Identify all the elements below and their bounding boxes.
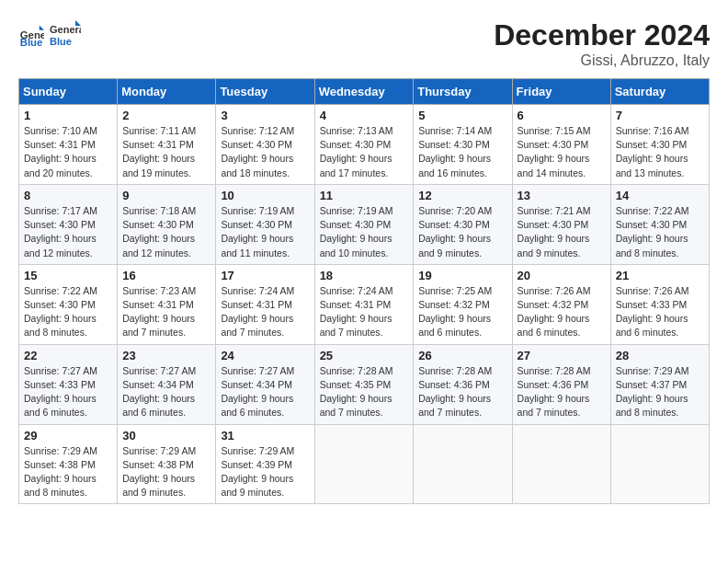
day-number: 11 [320, 189, 409, 202]
calendar-cell: 4Sunrise: 7:13 AMSunset: 4:30 PMDaylight… [314, 105, 414, 185]
day-number: 9 [122, 189, 210, 202]
svg-text:Blue: Blue [20, 37, 43, 48]
day-number: 14 [616, 189, 704, 202]
calendar-cell: 9Sunrise: 7:18 AMSunset: 4:30 PMDaylight… [118, 184, 216, 264]
day-info: Sunrise: 7:28 AMSunset: 4:36 PMDaylight:… [418, 364, 506, 420]
day-number: 31 [221, 429, 309, 442]
day-number: 4 [320, 109, 409, 122]
logo: General Blue General Blue [18, 18, 81, 52]
weekday-header-row: SundayMondayTuesdayWednesdayThursdayFrid… [19, 79, 710, 105]
calendar-cell: 17Sunrise: 7:24 AMSunset: 4:31 PMDayligh… [216, 264, 314, 344]
calendar-cell: 10Sunrise: 7:19 AMSunset: 4:30 PMDayligh… [216, 184, 314, 264]
weekday-header-monday: Monday [118, 79, 216, 105]
calendar-cell: 15Sunrise: 7:22 AMSunset: 4:30 PMDayligh… [19, 264, 118, 344]
day-info: Sunrise: 7:28 AMSunset: 4:36 PMDaylight:… [518, 364, 606, 420]
day-info: Sunrise: 7:24 AMSunset: 4:31 PMDaylight:… [320, 284, 409, 340]
week-row-4: 22Sunrise: 7:27 AMSunset: 4:33 PMDayligh… [19, 344, 710, 424]
day-number: 19 [418, 269, 506, 282]
day-info: Sunrise: 7:19 AMSunset: 4:30 PMDaylight:… [320, 204, 409, 260]
logo-graphic: General Blue [48, 18, 81, 52]
calendar-cell: 26Sunrise: 7:28 AMSunset: 4:36 PMDayligh… [414, 344, 512, 424]
day-info: Sunrise: 7:22 AMSunset: 4:30 PMDaylight:… [24, 284, 112, 340]
day-info: Sunrise: 7:15 AMSunset: 4:30 PMDaylight:… [518, 124, 606, 180]
day-info: Sunrise: 7:13 AMSunset: 4:30 PMDaylight:… [320, 124, 409, 180]
day-info: Sunrise: 7:10 AMSunset: 4:31 PMDaylight:… [24, 124, 112, 180]
day-info: Sunrise: 7:29 AMSunset: 4:38 PMDaylight:… [24, 444, 112, 500]
day-number: 24 [221, 349, 309, 362]
calendar-cell: 28Sunrise: 7:29 AMSunset: 4:37 PMDayligh… [610, 344, 709, 424]
day-info: Sunrise: 7:27 AMSunset: 4:34 PMDaylight:… [122, 364, 210, 420]
page-header: General Blue General Blue December 2024 … [18, 18, 710, 69]
day-info: Sunrise: 7:27 AMSunset: 4:34 PMDaylight:… [221, 364, 309, 420]
day-number: 3 [221, 109, 309, 122]
day-info: Sunrise: 7:29 AMSunset: 4:39 PMDaylight:… [221, 444, 309, 500]
day-number: 16 [122, 269, 210, 282]
day-number: 20 [518, 269, 606, 282]
week-row-1: 1Sunrise: 7:10 AMSunset: 4:31 PMDaylight… [19, 105, 710, 185]
day-number: 22 [24, 349, 112, 362]
weekday-header-sunday: Sunday [19, 79, 118, 105]
day-number: 28 [616, 349, 704, 362]
calendar-cell: 22Sunrise: 7:27 AMSunset: 4:33 PMDayligh… [19, 344, 118, 424]
calendar-cell: 18Sunrise: 7:24 AMSunset: 4:31 PMDayligh… [314, 264, 414, 344]
calendar-cell: 24Sunrise: 7:27 AMSunset: 4:34 PMDayligh… [216, 344, 314, 424]
day-info: Sunrise: 7:26 AMSunset: 4:32 PMDaylight:… [518, 284, 606, 340]
day-number: 25 [320, 349, 409, 362]
day-info: Sunrise: 7:29 AMSunset: 4:37 PMDaylight:… [616, 364, 704, 420]
day-number: 6 [518, 109, 606, 122]
day-number: 26 [418, 349, 506, 362]
day-info: Sunrise: 7:26 AMSunset: 4:33 PMDaylight:… [616, 284, 704, 340]
day-number: 27 [518, 349, 606, 362]
title-section: December 2024 Gissi, Abruzzo, Italy [494, 18, 710, 69]
calendar-cell: 30Sunrise: 7:29 AMSunset: 4:38 PMDayligh… [118, 424, 216, 504]
calendar-cell: 14Sunrise: 7:22 AMSunset: 4:30 PMDayligh… [610, 184, 709, 264]
week-row-2: 8Sunrise: 7:17 AMSunset: 4:30 PMDaylight… [19, 184, 710, 264]
location: Gissi, Abruzzo, Italy [494, 52, 710, 69]
day-info: Sunrise: 7:23 AMSunset: 4:31 PMDaylight:… [122, 284, 210, 340]
day-number: 12 [418, 189, 506, 202]
week-row-5: 29Sunrise: 7:29 AMSunset: 4:38 PMDayligh… [19, 424, 710, 504]
day-number: 8 [24, 189, 112, 202]
calendar-cell: 3Sunrise: 7:12 AMSunset: 4:30 PMDaylight… [216, 105, 314, 185]
calendar-cell [512, 424, 610, 504]
day-info: Sunrise: 7:27 AMSunset: 4:33 PMDaylight:… [24, 364, 112, 420]
day-number: 13 [518, 189, 606, 202]
day-info: Sunrise: 7:18 AMSunset: 4:30 PMDaylight:… [122, 204, 210, 260]
calendar-cell: 8Sunrise: 7:17 AMSunset: 4:30 PMDaylight… [19, 184, 118, 264]
day-number: 23 [122, 349, 210, 362]
day-number: 5 [418, 109, 506, 122]
day-number: 17 [221, 269, 309, 282]
day-info: Sunrise: 7:16 AMSunset: 4:30 PMDaylight:… [616, 124, 704, 180]
day-info: Sunrise: 7:11 AMSunset: 4:31 PMDaylight:… [122, 124, 210, 180]
day-number: 18 [320, 269, 409, 282]
weekday-header-thursday: Thursday [414, 79, 512, 105]
calendar-cell: 31Sunrise: 7:29 AMSunset: 4:39 PMDayligh… [216, 424, 314, 504]
day-info: Sunrise: 7:14 AMSunset: 4:30 PMDaylight:… [418, 124, 506, 180]
calendar-cell: 2Sunrise: 7:11 AMSunset: 4:31 PMDaylight… [118, 105, 216, 185]
day-info: Sunrise: 7:24 AMSunset: 4:31 PMDaylight:… [221, 284, 309, 340]
day-number: 7 [616, 109, 704, 122]
logo-icon: General Blue [18, 22, 44, 48]
calendar-cell [610, 424, 709, 504]
day-number: 29 [24, 429, 112, 442]
calendar-cell: 27Sunrise: 7:28 AMSunset: 4:36 PMDayligh… [512, 344, 610, 424]
day-info: Sunrise: 7:19 AMSunset: 4:30 PMDaylight:… [221, 204, 309, 260]
day-number: 21 [616, 269, 704, 282]
day-info: Sunrise: 7:29 AMSunset: 4:38 PMDaylight:… [122, 444, 210, 500]
calendar-cell: 5Sunrise: 7:14 AMSunset: 4:30 PMDaylight… [414, 105, 512, 185]
weekday-header-wednesday: Wednesday [314, 79, 414, 105]
day-info: Sunrise: 7:17 AMSunset: 4:30 PMDaylight:… [24, 204, 112, 260]
calendar-table: SundayMondayTuesdayWednesdayThursdayFrid… [18, 78, 710, 504]
day-number: 30 [122, 429, 210, 442]
calendar-cell: 13Sunrise: 7:21 AMSunset: 4:30 PMDayligh… [512, 184, 610, 264]
calendar-cell: 6Sunrise: 7:15 AMSunset: 4:30 PMDaylight… [512, 105, 610, 185]
day-info: Sunrise: 7:25 AMSunset: 4:32 PMDaylight:… [418, 284, 506, 340]
calendar-cell: 21Sunrise: 7:26 AMSunset: 4:33 PMDayligh… [610, 264, 709, 344]
calendar-cell: 12Sunrise: 7:20 AMSunset: 4:30 PMDayligh… [414, 184, 512, 264]
weekday-header-friday: Friday [512, 79, 610, 105]
calendar-cell: 29Sunrise: 7:29 AMSunset: 4:38 PMDayligh… [19, 424, 118, 504]
calendar-cell: 25Sunrise: 7:28 AMSunset: 4:35 PMDayligh… [314, 344, 414, 424]
calendar-cell: 11Sunrise: 7:19 AMSunset: 4:30 PMDayligh… [314, 184, 414, 264]
calendar-cell: 23Sunrise: 7:27 AMSunset: 4:34 PMDayligh… [118, 344, 216, 424]
weekday-header-tuesday: Tuesday [216, 79, 314, 105]
